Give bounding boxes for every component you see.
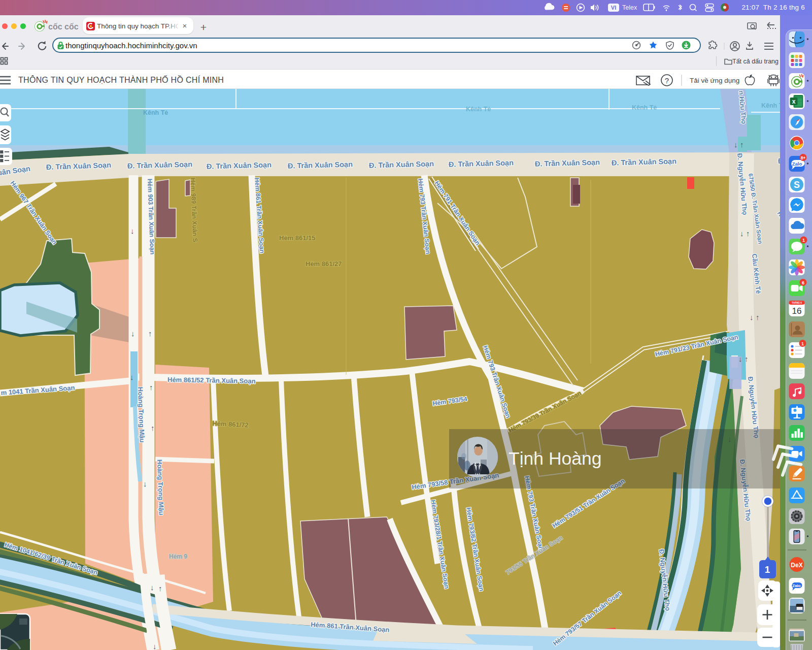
- svg-text:n Hữu Thọ: n Hữu Thọ: [737, 90, 748, 124]
- svg-text:DeX: DeX: [791, 562, 802, 569]
- svg-text:↓: ↓: [153, 642, 157, 650]
- svg-text:Cầu Kênh Tẻ: Cầu Kênh Tẻ: [751, 253, 762, 295]
- svg-text:Kênh Tẻ: Kênh Tẻ: [466, 106, 491, 113]
- svg-text:Kênh T: Kênh T: [761, 102, 780, 109]
- svg-text:↑: ↑: [151, 424, 155, 432]
- svg-text:793/55 Trần Xuân Soạn: 793/55 Trần Xuân Soạn: [504, 534, 564, 576]
- svg-text:Hẻm 793/57 Trần Xuân Soạn: Hẻm 793/57 Trần Xuân Soạn: [552, 590, 623, 647]
- svg-text:Telex: Telex: [622, 4, 637, 11]
- svg-text:↓: ↓: [130, 226, 134, 235]
- svg-text:Hẻm 793/28/1 Trần Xuân Soạn: Hẻm 793/28/1 Trần Xuân Soạn: [429, 499, 451, 589]
- svg-text:Hẻm 861 Trần Xuân Soạn: Hẻm 861 Trần Xuân Soạn: [253, 177, 265, 253]
- svg-text:1: 1: [765, 564, 770, 575]
- svg-text:↑: ↑: [148, 329, 152, 338]
- svg-text:?: ?: [665, 76, 669, 85]
- svg-text:m 1041 Trần Xuân Soạn: m 1041 Trần Xuân Soạn: [1, 384, 75, 397]
- svg-text:Đ: Đ: [778, 157, 780, 165]
- svg-text:Hoàng Trọng Mậu: Hoàng Trọng Mậu: [137, 387, 146, 443]
- svg-text:↑: ↑: [149, 383, 153, 392]
- svg-text:cốc cốc: cốc cốc: [48, 22, 79, 31]
- svg-text:↓: ↓: [130, 373, 134, 381]
- svg-text:↓: ↓: [734, 140, 738, 149]
- svg-text:↑: ↑: [740, 140, 744, 149]
- svg-text:Hẻm 793/54: Hẻm 793/54: [432, 396, 467, 407]
- svg-text:Hẻm 989 Trần Xuân S: Hẻm 989 Trần Xuân S: [189, 178, 198, 243]
- svg-text:Đ. Trần Xuân Soạn: Đ. Trần Xuân Soạn: [127, 160, 192, 170]
- svg-text:Zalo: Zalo: [792, 161, 802, 167]
- svg-text:Đ. Trần Xuân Soạn: Đ. Trần Xuân Soạn: [612, 157, 676, 167]
- svg-text:Kênh Tẻ: Kênh Tẻ: [143, 109, 168, 116]
- svg-text:x: x: [792, 98, 796, 105]
- svg-text:Hẻm 675 Trần X: Hẻm 675 Trần X: [776, 210, 780, 249]
- svg-text:Hẻm 861/15: Hẻm 861/15: [279, 234, 316, 242]
- svg-text:Đ. Nguyễn Hữu Thọ: Đ. Nguyễn Hữu Thọ: [736, 153, 749, 215]
- svg-text:Hẻm 967 Trần Xuân Soạn: Hẻm 967 Trần Xuân Soạn: [9, 180, 58, 246]
- svg-text:Kênh Tẻ: Kênh Tẻ: [632, 104, 657, 111]
- svg-text:S: S: [794, 180, 800, 190]
- svg-text:↓: ↓: [143, 479, 147, 488]
- svg-text:Hẻm 793 Trần Xuân Soạn: Hẻm 793 Trần Xuân Soạn: [417, 178, 432, 254]
- svg-text:Hẻm 9: Hẻm 9: [169, 553, 187, 560]
- svg-text:Đ. Trần Xuân Soạn: Đ. Trần Xuân Soạn: [449, 158, 514, 168]
- svg-text:Hẻm 861/72: Hẻm 861/72: [212, 419, 249, 429]
- svg-text:Hẻm 861 Trần Xuân Soạn: Hẻm 861 Trần Xuân Soạn: [311, 621, 390, 634]
- svg-text:Đ. Trần Xuân Soạn: Đ. Trần Xuân Soạn: [207, 160, 272, 170]
- svg-text:1: 1: [802, 238, 805, 243]
- svg-text:Hẻm 903 Trần Xuân Soạn: Hẻm 903 Trần Xuân Soạn: [146, 179, 156, 255]
- svg-text:Hẻm 793 Trần Xuân Soạn: Hẻm 793 Trần Xuân Soạn: [482, 345, 512, 419]
- svg-text:VI: VI: [611, 5, 616, 11]
- svg-text:1: 1: [801, 341, 804, 346]
- svg-text:↑: ↑: [745, 354, 749, 363]
- svg-text:↓: ↓: [740, 229, 744, 238]
- svg-text:Đ. Trần Xuân Soạn: Đ. Trần Xuân Soạn: [288, 160, 353, 170]
- svg-text:Đ. Nguyễn Hữu Thọ: Đ. Nguyễn Hữu Thọ: [658, 549, 672, 611]
- svg-text:Zalo: Zalo: [792, 583, 801, 588]
- svg-text:↓: ↓: [738, 354, 742, 363]
- svg-text:↓: ↓: [750, 313, 754, 321]
- svg-text:Hẻm 861/52 Trần Xuân Soạn: Hẻm 861/52 Trần Xuân Soạn: [167, 376, 256, 385]
- svg-text:↓: ↓: [150, 583, 154, 592]
- svg-text:Tải về ứng dụng: Tải về ứng dụng: [690, 77, 739, 84]
- svg-text:8+: 8+: [801, 155, 806, 160]
- svg-text:uân Soạn: uân Soạn: [0, 165, 31, 177]
- svg-text:↑: ↑: [158, 584, 162, 593]
- svg-text:16: 16: [792, 306, 802, 316]
- svg-text:Hẻm 793/62 Trần Xuân Soạn: Hẻm 793/62 Trần Xuân Soạn: [465, 507, 485, 592]
- svg-text:Hẻm 861/27: Hẻm 861/27: [306, 260, 342, 268]
- svg-text:Hẻm 1041/62/39 Trần Xuân Soạn: Hẻm 1041/62/39 Trần Xuân Soạn: [4, 541, 98, 576]
- svg-text:↓: ↓: [131, 329, 135, 338]
- svg-text:Hẻm 793/39 Trần Xuân Soạn: Hẻm 793/39 Trần Xuân Soạn: [507, 389, 583, 434]
- svg-text:6: 6: [802, 280, 804, 285]
- svg-text:↑: ↑: [756, 313, 760, 321]
- svg-text:Đ. Trần Xuân Soạn: Đ. Trần Xuân Soạn: [46, 161, 112, 171]
- svg-text:Đ. Trần Xuân Soạn: Đ. Trần Xuân Soạn: [369, 159, 434, 169]
- svg-text:Hoàng Trọng Mậu: Hoàng Trọng Mậu: [156, 460, 165, 515]
- svg-text:Hẻm 791/23 Trần Xuân Soạn: Hẻm 791/23 Trần Xuân Soạn: [655, 334, 739, 358]
- svg-text:THÁNG 6: THÁNG 6: [792, 301, 802, 304]
- svg-text:Tịnh Hoàng: Tịnh Hoàng: [509, 448, 602, 469]
- svg-text:↑: ↑: [746, 229, 750, 238]
- svg-text:Đ. Trần Xuân Soạn: Đ. Trần Xuân Soạn: [535, 158, 600, 168]
- svg-text:Hẻm 791 Trần Xuân Soạn: Hẻm 791 Trần Xuân Soạn: [433, 180, 482, 247]
